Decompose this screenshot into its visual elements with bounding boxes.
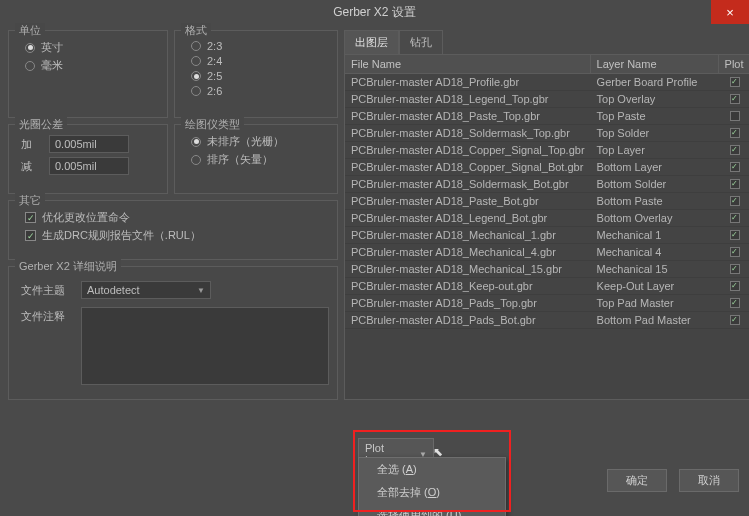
panel-gerber-detail: Gerber X2 详细说明 文件主题 Autodetect ▼ 文件注释 xyxy=(8,266,338,400)
table-row[interactable]: PCBruler-master AD18_Copper_Signal_Bot.g… xyxy=(345,159,749,176)
cell-file: PCBruler-master AD18_Mechanical_1.gbr xyxy=(345,227,591,243)
table-body: PCBruler-master AD18_Profile.gbrGerber B… xyxy=(345,74,749,329)
cell-plot: ✓ xyxy=(719,261,749,277)
cell-file: PCBruler-master AD18_Copper_Signal_Bot.g… xyxy=(345,159,591,175)
radio-2-5[interactable]: 2:5 xyxy=(191,70,329,82)
cell-file: PCBruler-master AD18_Soldermask_Bot.gbr xyxy=(345,176,591,192)
cell-plot xyxy=(719,108,749,124)
plot-checkbox[interactable]: ✓ xyxy=(730,162,740,172)
radio-icon xyxy=(191,71,201,81)
cell-file: PCBruler-master AD18_Copper_Signal_Top.g… xyxy=(345,142,591,158)
check-drc-report[interactable]: ✓ 生成DRC规则报告文件（.RUL） xyxy=(25,228,329,243)
cell-layer: Top Overlay xyxy=(591,91,719,107)
cell-file: PCBruler-master AD18_Pads_Bot.gbr xyxy=(345,312,591,328)
radio-icon xyxy=(191,56,201,66)
cell-layer: Top Solder xyxy=(591,125,719,141)
radio-2-3[interactable]: 2:3 xyxy=(191,40,329,52)
cell-plot: ✓ xyxy=(719,227,749,243)
plot-checkbox[interactable]: ✓ xyxy=(730,281,740,291)
tolerance-sub-label: 减 xyxy=(21,159,41,174)
plot-checkbox[interactable]: ✓ xyxy=(730,196,740,206)
cell-plot: ✓ xyxy=(719,193,749,209)
table-row[interactable]: PCBruler-master AD18_Mechanical_15.gbrMe… xyxy=(345,261,749,278)
plot-checkbox[interactable]: ✓ xyxy=(730,179,740,189)
menu-all-on[interactable]: 全选 (A) xyxy=(359,458,505,481)
tolerance-sub-row: 减 xyxy=(21,157,159,175)
checkbox-icon: ✓ xyxy=(25,212,36,223)
cell-file: PCBruler-master AD18_Paste_Top.gbr xyxy=(345,108,591,124)
col-header-file[interactable]: File Name xyxy=(345,55,591,73)
table-row[interactable]: PCBruler-master AD18_Pads_Top.gbrTop Pad… xyxy=(345,295,749,312)
cell-plot: ✓ xyxy=(719,312,749,328)
radio-2-4[interactable]: 2:4 xyxy=(191,55,329,67)
cell-layer: Bottom Layer xyxy=(591,159,719,175)
menu-select-used[interactable]: 选择使用到的 (U) xyxy=(359,504,505,516)
cell-layer: Bottom Paste xyxy=(591,193,719,209)
table-row[interactable]: PCBruler-master AD18_Mechanical_4.gbrMec… xyxy=(345,244,749,261)
table-row[interactable]: PCBruler-master AD18_Copper_Signal_Top.g… xyxy=(345,142,749,159)
cell-plot: ✓ xyxy=(719,210,749,226)
close-icon: × xyxy=(726,5,734,20)
cell-plot: ✓ xyxy=(719,176,749,192)
subject-select[interactable]: Autodetect ▼ xyxy=(81,281,211,299)
plot-checkbox[interactable]: ✓ xyxy=(730,213,740,223)
window-title: Gerber X2 设置 xyxy=(333,4,416,21)
cell-plot: ✓ xyxy=(719,278,749,294)
table-row[interactable]: PCBruler-master AD18_Pads_Bot.gbrBottom … xyxy=(345,312,749,329)
plot-checkbox[interactable]: ✓ xyxy=(730,230,740,240)
table-row[interactable]: PCBruler-master AD18_Keep-out.gbrKeep-Ou… xyxy=(345,278,749,295)
radio-label: 英寸 xyxy=(41,40,63,55)
check-optimize[interactable]: ✓ 优化更改位置命令 xyxy=(25,210,329,225)
table-row[interactable]: PCBruler-master AD18_Paste_Top.gbrTop Pa… xyxy=(345,108,749,125)
file-subject-row: 文件主题 Autodetect ▼ xyxy=(21,281,329,299)
tab-drill[interactable]: 钻孔 xyxy=(399,30,443,54)
radio-2-6[interactable]: 2:6 xyxy=(191,85,329,97)
radio-unsorted[interactable]: 未排序（光栅） xyxy=(191,134,329,149)
cell-plot: ✓ xyxy=(719,74,749,90)
cell-plot: ✓ xyxy=(719,244,749,260)
plot-checkbox[interactable]: ✓ xyxy=(730,77,740,87)
checkbox-icon: ✓ xyxy=(25,230,36,241)
tab-layers[interactable]: 出图层 xyxy=(344,30,399,54)
radio-label: 未排序（光栅） xyxy=(207,134,284,149)
cell-plot: ✓ xyxy=(719,295,749,311)
panel-plotter-type: 绘图仪类型 未排序（光栅） 排序（矢量） xyxy=(174,124,338,194)
table-row[interactable]: PCBruler-master AD18_Mechanical_1.gbrMec… xyxy=(345,227,749,244)
col-header-plot[interactable]: Plot xyxy=(719,55,749,73)
cell-file: PCBruler-master AD18_Soldermask_Top.gbr xyxy=(345,125,591,141)
radio-mm[interactable]: 毫米 xyxy=(25,58,159,73)
tolerance-sub-input[interactable] xyxy=(49,157,129,175)
plot-checkbox[interactable] xyxy=(730,111,740,121)
table-row[interactable]: PCBruler-master AD18_Legend_Top.gbrTop O… xyxy=(345,91,749,108)
plot-checkbox[interactable]: ✓ xyxy=(730,315,740,325)
table-row[interactable]: PCBruler-master AD18_Soldermask_Bot.gbrB… xyxy=(345,176,749,193)
panel-units: 单位 英寸 毫米 xyxy=(8,30,168,118)
table-row[interactable]: PCBruler-master AD18_Profile.gbrGerber B… xyxy=(345,74,749,91)
comment-textarea[interactable] xyxy=(81,307,329,385)
plot-checkbox[interactable]: ✓ xyxy=(730,145,740,155)
table-row[interactable]: PCBruler-master AD18_Paste_Bot.gbrBottom… xyxy=(345,193,749,210)
plot-checkbox[interactable]: ✓ xyxy=(730,298,740,308)
radio-sorted[interactable]: 排序（矢量） xyxy=(191,152,329,167)
cancel-button[interactable]: 取消 xyxy=(679,469,739,492)
plot-checkbox[interactable]: ✓ xyxy=(730,94,740,104)
table-row[interactable]: PCBruler-master AD18_Legend_Bot.gbrBotto… xyxy=(345,210,749,227)
ok-button[interactable]: 确定 xyxy=(607,469,667,492)
plot-checkbox[interactable]: ✓ xyxy=(730,247,740,257)
radio-inch[interactable]: 英寸 xyxy=(25,40,159,55)
col-header-layer[interactable]: Layer Name xyxy=(591,55,719,73)
units-legend: 单位 xyxy=(15,23,45,38)
cell-plot: ✓ xyxy=(719,91,749,107)
tabs: 出图层 钻孔 xyxy=(344,30,749,55)
cell-file: PCBruler-master AD18_Legend_Bot.gbr xyxy=(345,210,591,226)
cell-layer: Mechanical 1 xyxy=(591,227,719,243)
plot-checkbox[interactable]: ✓ xyxy=(730,264,740,274)
check-label: 优化更改位置命令 xyxy=(42,210,130,225)
tolerance-add-input[interactable] xyxy=(49,135,129,153)
table-row[interactable]: PCBruler-master AD18_Soldermask_Top.gbrT… xyxy=(345,125,749,142)
menu-all-off[interactable]: 全部去掉 (O) xyxy=(359,481,505,504)
radio-icon xyxy=(25,61,35,71)
close-button[interactable]: × xyxy=(711,0,749,24)
dialog-footer: 确定 取消 xyxy=(607,469,739,492)
plot-checkbox[interactable]: ✓ xyxy=(730,128,740,138)
